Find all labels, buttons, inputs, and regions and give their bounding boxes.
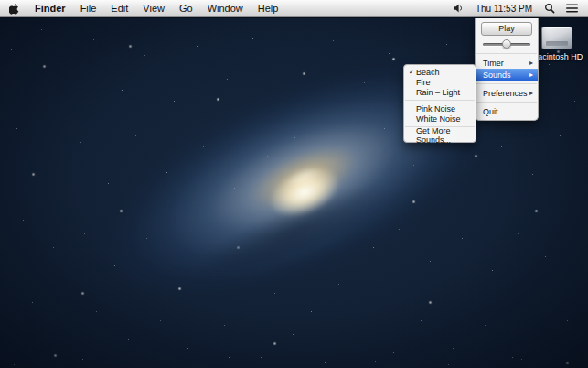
apple-menu[interactable] (6, 0, 27, 16)
sound-app-menu-icon[interactable] (447, 0, 469, 16)
menu-file[interactable]: File (73, 0, 104, 16)
menu-bar-left: Finder File Edit View Go Window Help (0, 0, 285, 16)
spotlight-icon[interactable] (539, 0, 561, 16)
slider-thumb[interactable] (502, 39, 511, 49)
submenu-item-beach[interactable]: ✓ Beach (404, 67, 476, 77)
chevron-right-icon: ▸ (529, 69, 533, 81)
menu-help[interactable]: Help (251, 0, 286, 16)
menu-edit[interactable]: Edit (103, 0, 135, 16)
submenu-item-fire[interactable]: Fire (404, 77, 476, 87)
volume-slider[interactable] (483, 38, 530, 49)
sounds-submenu: ✓ Beach Fire Rain – Light Pink Noise Whi… (403, 64, 476, 143)
menu-separator (405, 100, 475, 101)
submenu-item-label: Fire (416, 78, 431, 87)
menu-separator (476, 102, 537, 103)
menu-item-label: Preferences (483, 89, 528, 98)
chevron-right-icon: ▸ (529, 87, 533, 99)
submenu-item-label: Beach (416, 68, 440, 77)
menu-go[interactable]: Go (172, 0, 200, 16)
play-button[interactable]: Play (481, 22, 532, 36)
menu-view[interactable]: View (135, 0, 172, 16)
submenu-item-label: Rain – Light (416, 88, 460, 97)
menu-separator (476, 83, 537, 84)
menu-item-sounds[interactable]: Sounds ▸ (476, 69, 538, 81)
hard-drive-icon (541, 27, 572, 49)
menu-bar-right: Thu 11:53 PM (447, 0, 588, 16)
submenu-item-label: Get More Sounds... (416, 126, 471, 145)
submenu-item-get-more-sounds[interactable]: Get More Sounds... (404, 130, 476, 140)
menu-item-label: Sounds (483, 70, 511, 80)
submenu-item-white-noise[interactable]: White Noise (404, 114, 476, 124)
menu-bar: Finder File Edit View Go Window Help Thu… (0, 0, 588, 17)
sound-app-menu: Play Timer ▸ Sounds ▸ Preferences ▸ Quit (475, 18, 539, 121)
menu-separator (476, 53, 537, 54)
menu-item-label: Timer (483, 59, 504, 68)
submenu-item-pink-noise[interactable]: Pink Noise (404, 103, 476, 114)
menu-finder[interactable]: Finder (27, 0, 73, 16)
submenu-item-label: White Noise (416, 114, 461, 124)
menu-bar-clock[interactable]: Thu 11:53 PM (469, 4, 539, 14)
notification-center-icon[interactable] (561, 0, 583, 16)
checkmark-icon: ✓ (407, 68, 416, 76)
submenu-item-rain-light[interactable]: Rain – Light (404, 87, 476, 97)
menu-item-label: Quit (483, 107, 498, 116)
chevron-right-icon: ▸ (529, 57, 533, 69)
submenu-item-label: Pink Noise (416, 104, 455, 114)
menu-item-quit[interactable]: Quit (476, 105, 538, 117)
menu-window[interactable]: Window (200, 0, 251, 16)
menu-item-preferences[interactable]: Preferences ▸ (476, 87, 538, 99)
menu-item-timer[interactable]: Timer ▸ (476, 57, 538, 69)
apple-logo-icon (9, 3, 19, 15)
